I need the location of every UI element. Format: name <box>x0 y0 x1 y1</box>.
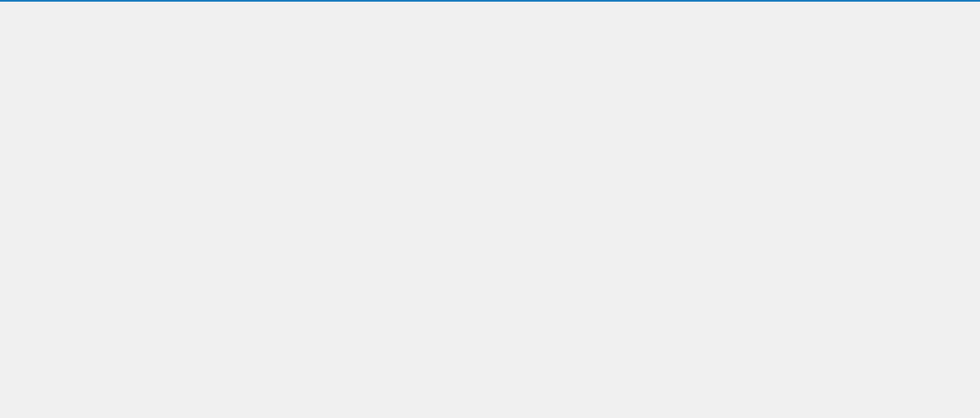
top-accent-bar <box>0 0 980 2</box>
